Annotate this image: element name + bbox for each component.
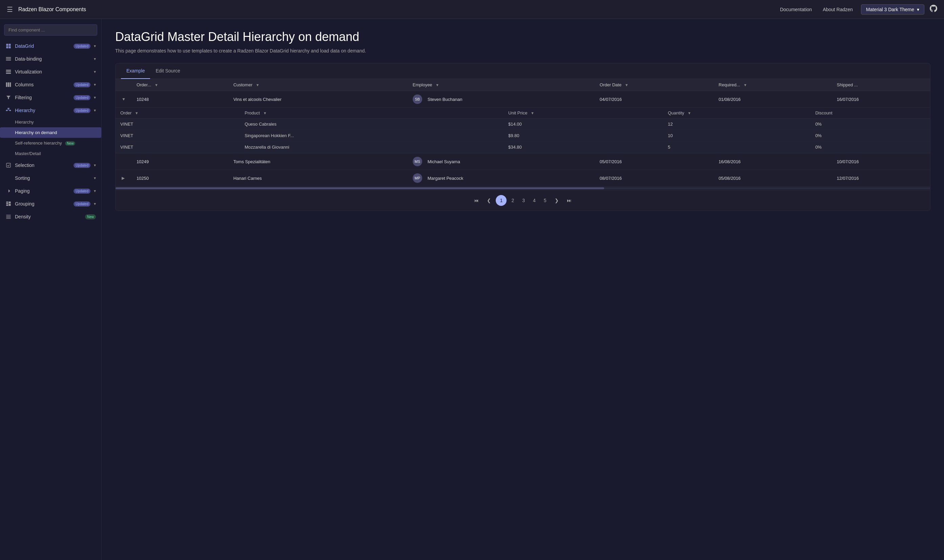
nested-order-filter-icon[interactable]: ▼ (135, 111, 139, 115)
nav-about[interactable]: About Radzen (823, 7, 853, 12)
nth-order[interactable]: Order ▼ (116, 108, 240, 118)
menu-icon[interactable]: ☰ (7, 5, 13, 14)
first-page-button[interactable]: ⏮ (470, 196, 482, 205)
theme-button[interactable]: Material 3 Dark Theme ▾ (861, 5, 924, 15)
page-2-button[interactable]: 2 (508, 196, 517, 205)
hierarchy-chevron-icon: ▾ (94, 108, 96, 113)
nested-table-wrap: Order ▼ Product ▼ Unit Price ▼ (116, 108, 930, 153)
last-page-button[interactable]: ⏭ (563, 196, 575, 205)
page-3-button[interactable]: 3 (519, 196, 528, 205)
page-4-button[interactable]: 4 (530, 196, 539, 205)
nested-header-row: Order ▼ Product ▼ Unit Price ▼ (116, 108, 930, 118)
sidebar-item-datagrid[interactable]: DataGrid Updated ▾ (0, 40, 101, 52)
sidebar-item-sorting[interactable]: Sorting ▾ (0, 172, 101, 185)
svg-rect-6 (6, 60, 11, 61)
cell-shipped-date: 12/07/2016 (832, 170, 930, 186)
sidebar-sub-hierarchy-on-demand[interactable]: Hierarchy on demand (0, 127, 101, 138)
selection-icon (5, 162, 12, 168)
datagrid-icon (5, 43, 12, 49)
th-required-date[interactable]: Required... ▼ (714, 79, 832, 91)
th-shipped-date[interactable]: Shipped ... (832, 79, 930, 91)
th-employee-label: Employee (413, 82, 432, 87)
nested-product-filter-icon[interactable]: ▼ (263, 111, 267, 115)
nested-cell-order: VINET (116, 142, 240, 153)
th-order[interactable]: Order... ▼ (132, 79, 229, 91)
nested-quantity-filter-icon[interactable]: ▼ (688, 111, 691, 115)
paging-chevron-icon: ▾ (94, 189, 96, 193)
svg-rect-9 (6, 73, 11, 74)
nested-cell-order: VINET (116, 118, 240, 130)
th-customer[interactable]: Customer ▼ (229, 79, 408, 91)
filtering-icon (5, 94, 12, 100)
cell-required-date: 16/08/2016 (714, 153, 832, 170)
sidebar-sub-hierarchy-basic[interactable]: Hierarchy (0, 117, 101, 127)
filtering-chevron-icon: ▾ (94, 95, 96, 100)
employee-name: Michael Suyama (427, 159, 460, 164)
tab-example[interactable]: Example (121, 63, 150, 79)
sidebar-item-density[interactable]: Density New (0, 210, 101, 223)
sidebar-item-selection[interactable]: Selection Updated ▾ (0, 159, 101, 172)
github-icon[interactable] (930, 5, 937, 14)
expand-button[interactable]: ▶ (120, 175, 126, 181)
nested-table: Order ▼ Product ▼ Unit Price ▼ (116, 108, 930, 153)
nested-unit-price-filter-icon[interactable]: ▼ (531, 111, 534, 115)
cell-customer: Hanari Carnes (229, 170, 408, 186)
nested-cell-product: Queso Cabrales (240, 118, 503, 130)
sidebar-item-filtering[interactable]: Filtering Updated ▾ (0, 91, 101, 104)
nested-cell-quantity: 10 (663, 130, 810, 142)
sidebar-sub-master-detail[interactable]: Master/Detail (0, 148, 101, 159)
paging-icon (5, 188, 12, 194)
datagrid: Order... ▼ Customer ▼ Employee ▼ (116, 79, 930, 186)
expand-button[interactable]: ▼ (120, 96, 127, 102)
nested-cell-unit-price: $34.80 (503, 142, 663, 153)
sidebar-item-hierarchy[interactable]: Hierarchy Updated ▾ (0, 104, 101, 117)
top-nav: ☰ Radzen Blazor Components Documentation… (0, 0, 944, 19)
tab-edit-source[interactable]: Edit Source (150, 63, 185, 79)
sidebar-sub-self-reference-badge: New (65, 141, 75, 146)
customer-filter-icon[interactable]: ▼ (256, 83, 259, 87)
nth-discount[interactable]: Discount (810, 108, 930, 118)
page-description: This page demonstrates how to use templa… (115, 48, 930, 54)
sidebar-item-grouping[interactable]: Grouping Updated ▾ (0, 197, 101, 210)
sidebar-filtering-label: Filtering (15, 95, 70, 100)
required-date-filter-icon[interactable]: ▼ (743, 83, 747, 87)
nested-cell: Order ▼ Product ▼ Unit Price ▼ (116, 108, 930, 153)
main-content: DataGrid Master Detail Hierarchy on dema… (102, 19, 944, 560)
cell-order-date: 05/07/2016 (595, 153, 714, 170)
expand-cell (116, 153, 132, 170)
selection-chevron-icon: ▾ (94, 163, 96, 168)
columns-icon (5, 82, 12, 88)
sidebar-item-columns[interactable]: Columns Updated ▾ (0, 78, 101, 91)
th-expand (116, 79, 132, 91)
nth-product[interactable]: Product ▼ (240, 108, 503, 118)
nav-documentation[interactable]: Documentation (780, 7, 812, 12)
nth-quantity[interactable]: Quantity ▼ (663, 108, 810, 118)
cell-customer: Vins et alcools Chevalier (229, 91, 408, 108)
sidebar-sub-self-reference-label: Self-reference hierarchy (15, 140, 62, 146)
order-filter-icon[interactable]: ▼ (154, 83, 158, 87)
sidebar-item-virtualization[interactable]: Virtualization ▾ (0, 65, 101, 78)
page-5-button[interactable]: 5 (540, 196, 550, 205)
employee-name: Steven Buchanan (427, 97, 463, 102)
nth-unit-price[interactable]: Unit Price ▼ (503, 108, 663, 118)
employee-filter-icon[interactable]: ▼ (435, 83, 439, 87)
data-binding-icon (5, 56, 12, 62)
chevron-down-icon: ▾ (917, 7, 919, 12)
datagrid-body: ▼ 10248 Vins et alcools Chevalier SB Ste… (116, 91, 930, 186)
nested-cell-discount: 0% (810, 142, 930, 153)
sidebar-density-label: Density (15, 214, 82, 219)
next-page-button[interactable]: ❯ (551, 196, 562, 205)
search-input[interactable] (4, 25, 97, 35)
cell-order-date: 04/07/2016 (595, 91, 714, 108)
th-employee[interactable]: Employee ▼ (408, 79, 595, 91)
prev-page-button[interactable]: ❮ (484, 196, 494, 205)
order-date-filter-icon[interactable]: ▼ (625, 83, 629, 87)
sidebar-sub-self-reference[interactable]: Self-reference hierarchy New (0, 138, 101, 148)
horizontal-scrollbar[interactable] (116, 187, 930, 189)
th-order-date[interactable]: Order Date ▼ (595, 79, 714, 91)
sidebar-item-data-binding[interactable]: Data-binding ▾ (0, 52, 101, 65)
page-1-button[interactable]: 1 (496, 195, 507, 206)
sidebar-item-paging[interactable]: Paging Updated ▾ (0, 185, 101, 197)
theme-label: Material 3 Dark Theme (866, 7, 914, 12)
table-row: ▼ 10248 Vins et alcools Chevalier SB Ste… (116, 91, 930, 108)
